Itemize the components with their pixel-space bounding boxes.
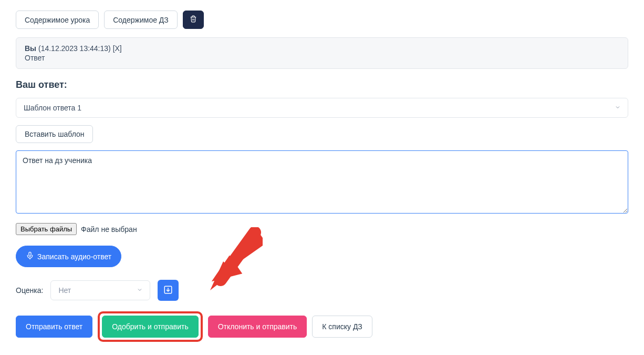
record-audio-button[interactable]: Записать аудио-ответ (16, 246, 121, 267)
message-box: Вы (14.12.2023 13:44:13) [X] Ответ (16, 37, 628, 69)
grade-select[interactable]: Нет (50, 280, 150, 300)
response-textarea[interactable] (16, 150, 628, 214)
trash-icon (190, 15, 197, 24)
template-select[interactable]: Шаблон ответа 1 (16, 98, 628, 118)
message-body: Ответ (25, 54, 619, 62)
record-audio-label: Записать аудио-ответ (37, 252, 111, 261)
svg-marker-5 (210, 261, 234, 290)
message-author: Вы (25, 44, 36, 53)
approve-send-button[interactable]: Одобрить и отправить (102, 316, 198, 338)
highlight-annotation: Одобрить и отправить (98, 311, 202, 342)
svg-marker-4 (212, 227, 263, 290)
message-delete-marker[interactable]: [X] (113, 44, 122, 53)
lesson-content-button[interactable]: Содержимое урока (16, 11, 99, 29)
file-upload-row: Выбрать файлы Файл не выбран (16, 223, 628, 235)
template-select-wrap: Шаблон ответа 1 (16, 98, 628, 118)
homework-content-button[interactable]: Содержимое ДЗ (104, 11, 178, 29)
download-icon (163, 285, 173, 296)
grade-row: Оценка: Нет (16, 280, 628, 301)
microphone-icon (26, 251, 34, 261)
delete-button[interactable] (183, 11, 204, 29)
to-homework-list-button[interactable]: К списку ДЗ (312, 316, 372, 338)
send-answer-button[interactable]: Отправить ответ (16, 316, 92, 338)
action-row: Отправить ответ Одобрить и отправить Отк… (16, 311, 628, 342)
top-toolbar: Содержимое урока Содержимое ДЗ (16, 11, 628, 29)
message-timestamp: (14.12.2023 13:44:13) (38, 44, 111, 53)
file-status-text: Файл не выбран (81, 225, 137, 234)
arrow-annotation-icon (205, 227, 263, 298)
save-grade-button[interactable] (158, 280, 179, 301)
grade-label: Оценка: (16, 286, 43, 295)
svg-rect-0 (29, 252, 31, 256)
response-heading: Ваш ответ: (16, 79, 628, 90)
choose-files-button[interactable]: Выбрать файлы (16, 223, 77, 235)
reject-send-button[interactable]: Отклонить и отправить (208, 316, 307, 338)
insert-template-button[interactable]: Вставить шаблон (16, 125, 93, 143)
